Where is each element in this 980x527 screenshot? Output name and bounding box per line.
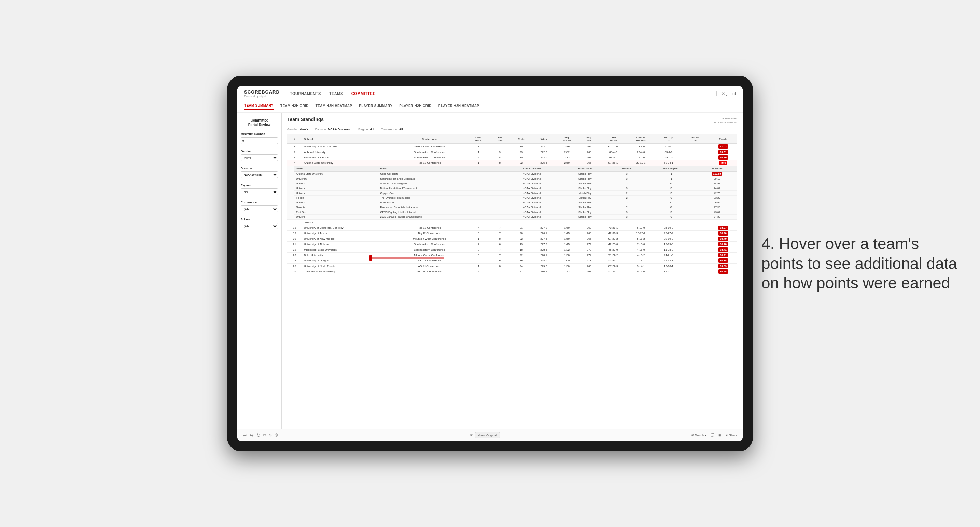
tab-player-summary[interactable]: PLAYER SUMMARY — [359, 104, 392, 109]
points-cell[interactable]: 83.41 — [709, 247, 737, 252]
list-item: Univers National Invitational Tournament… — [294, 186, 737, 191]
nav-committee[interactable]: COMMITTEE — [352, 92, 375, 95]
school-cell: Arizona State University — [302, 160, 391, 166]
gender-select[interactable]: Men's — [241, 154, 278, 161]
conf-rank-cell: 1 — [468, 236, 490, 242]
points-cell[interactable]: 88.49 — [709, 236, 737, 242]
adj-score-cell: 1.45 — [555, 231, 579, 236]
tablet-frame: SCOREBOARD Powered by clippi TOURNAMENTS… — [227, 76, 753, 451]
view-original-button[interactable]: View: Original — [475, 432, 500, 438]
rank-cell: 3 — [287, 155, 302, 160]
red-arrow — [369, 248, 444, 268]
vs50-cell — [682, 144, 709, 149]
refresh-button[interactable]: ↻ — [256, 432, 261, 438]
points-cell[interactable] — [709, 220, 737, 225]
table-row: 19 University of Texas Big 12 Conference… — [287, 231, 737, 236]
paste-button[interactable]: ⊕ — [269, 433, 272, 437]
avg-sg-cell: 265 — [579, 160, 599, 166]
list-item: Georgia Ben Hogan Collegiate Invitationa… — [294, 205, 737, 210]
feedback-button[interactable]: 💬 — [711, 433, 714, 437]
vs25-cell: 45-5-0 — [655, 155, 682, 160]
school-cell: University of Texas — [302, 231, 391, 236]
tab-team-h2h-heatmap[interactable]: TEAM H2H HEATMAP — [315, 104, 352, 109]
exp-col-event: Event — [378, 166, 502, 171]
gender-filter-label: Gender: — [287, 128, 298, 131]
rnds-cell: 20 — [510, 231, 533, 236]
points-cell[interactable]: 90.20 — [709, 155, 737, 160]
points-cell[interactable]: 83.89 — [709, 264, 737, 269]
points-cell[interactable]: 88.48 — [709, 242, 737, 247]
adj-score-cell: 1.60 — [555, 225, 579, 231]
table-row: 23 Duke University Atlantic Coast Confer… — [287, 252, 737, 258]
low-score-cell: 87-22-3 — [599, 264, 627, 269]
adj-score-cell: 2.73 — [555, 155, 579, 160]
watch-button[interactable]: 👁 Watch ▾ — [691, 433, 706, 437]
expand-button[interactable]: ⊞ — [718, 433, 721, 437]
points-cell[interactable]: 93.31 — [709, 149, 737, 155]
nav-tournaments[interactable]: TOURNAMENTS — [290, 92, 321, 95]
no-tour-cell: 9 — [490, 149, 510, 155]
expanded-detail-row: Team Event Event Division Event Type Rou… — [287, 166, 737, 220]
vs25-cell — [655, 220, 682, 225]
division-filter-label: Division: — [315, 128, 327, 131]
rnds-cell: 21 — [510, 269, 533, 275]
wins-cell: 279.3 — [532, 264, 555, 269]
school-cell: Texas T... — [302, 220, 391, 225]
table-row: 22 Mississippi State University Southeas… — [287, 247, 737, 252]
conf-cell: Atlantic Coast Conference — [391, 144, 468, 149]
col-low-score: LowScore — [599, 135, 627, 144]
conf-rank-cell: 1 — [468, 149, 490, 155]
no-tour-cell: 8 — [490, 264, 510, 269]
tab-team-h2h-grid[interactable]: TEAM H2H GRID — [280, 104, 309, 109]
points-cell[interactable]: 88.71 — [709, 252, 737, 258]
nav-teams[interactable]: TEAMS — [329, 92, 343, 95]
conf-cell: Big 12 Conference — [391, 231, 468, 236]
region-select[interactable]: N/A — [241, 189, 278, 195]
conf-rank-cell: 7 — [468, 242, 490, 247]
adj-score-cell: 1.38 — [555, 252, 579, 258]
tab-player-h2h-heatmap[interactable]: PLAYER H2H HEATMAP — [438, 104, 479, 109]
school-select[interactable]: (All) — [241, 222, 278, 229]
points-cell[interactable]: 83.07 — [709, 225, 737, 231]
clock-button[interactable]: ⏱ — [275, 433, 278, 437]
vs50-cell — [682, 231, 709, 236]
exp-col-rank-impact: Rank Impact — [645, 166, 697, 171]
conf-rank-cell: 2 — [468, 269, 490, 275]
overall-cell: 9-14-0 — [627, 269, 655, 275]
undo-button[interactable]: ↩ — [243, 432, 247, 438]
redo-button[interactable]: ↪ — [250, 432, 254, 438]
avg-sg-cell: 269 — [579, 264, 599, 269]
points-cell[interactable]: 80.94 — [709, 269, 737, 275]
adj-score-cell: 2.82 — [555, 149, 579, 155]
no-tour-cell: 6 — [490, 242, 510, 247]
rnds-cell: 24 — [510, 264, 533, 269]
col-conference: Conference — [391, 135, 468, 144]
conference-select[interactable]: (All) — [241, 205, 278, 212]
vs25-cell: 21-32-1 — [655, 258, 682, 264]
avg-sg-cell: 269 — [579, 155, 599, 160]
points-cell[interactable]: 86.14 — [709, 258, 737, 264]
low-score-cell: 86-4-0 — [599, 149, 627, 155]
copy-button[interactable]: ⧉ — [263, 433, 266, 437]
points-cell[interactable]: 78.5 — [709, 160, 737, 166]
share-button[interactable]: ↗ Share — [725, 433, 737, 437]
tab-team-summary[interactable]: TEAM SUMMARY — [244, 104, 274, 110]
rank-cell: 5 — [287, 220, 302, 225]
sidebar-division-label: Division — [241, 167, 278, 170]
sign-out-button[interactable]: Sign out — [716, 92, 736, 95]
filter-row: Gender: Men's Division: NCAA Division I … — [287, 128, 737, 131]
low-score-cell: 71-22-2 — [599, 252, 627, 258]
tab-player-h2h-grid[interactable]: PLAYER H2H GRID — [399, 104, 432, 109]
division-filter: Division: NCAA Division I — [315, 128, 352, 131]
vs50-cell — [682, 258, 709, 264]
min-rounds-input[interactable] — [241, 137, 278, 144]
vs25-cell: 17-19-0 — [655, 242, 682, 247]
conf-rank-cell: 1 — [468, 160, 490, 166]
points-cell[interactable]: 88.70 — [709, 231, 737, 236]
points-cell[interactable]: 97.02 — [709, 144, 737, 149]
low-score-cell — [599, 220, 627, 225]
exp-col-type: Event Type — [562, 166, 608, 171]
division-select[interactable]: NCAA Division I — [241, 171, 278, 178]
rank-cell: 24 — [287, 258, 302, 264]
no-tour-cell: 7 — [490, 247, 510, 252]
